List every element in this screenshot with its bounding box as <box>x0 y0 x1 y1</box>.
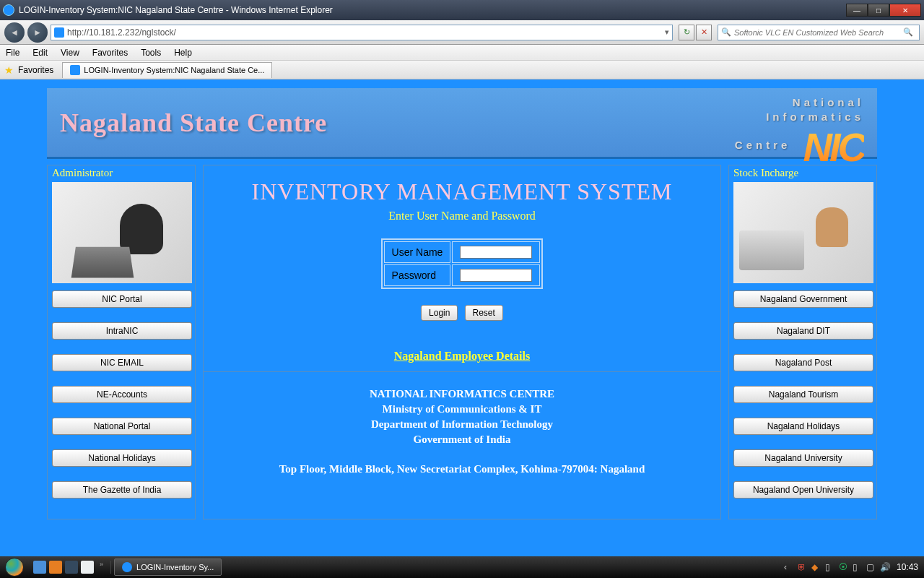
username-input[interactable] <box>460 246 532 259</box>
site-banner: Nagaland State Centre National Informati… <box>47 88 877 159</box>
banner-nic-line1: National <box>793 96 864 108</box>
menu-view[interactable]: View <box>61 48 79 58</box>
menu-tools[interactable]: Tools <box>141 48 161 58</box>
ql-expand-icon[interactable]: » <box>97 561 106 574</box>
tray-signal-icon[interactable]: ⦿ <box>839 562 849 572</box>
tray-alert-icon[interactable]: ◆ <box>811 562 821 572</box>
tray-monitor-icon[interactable]: ▢ <box>866 562 876 572</box>
tray-chevron-icon[interactable]: ‹ <box>784 562 794 572</box>
footer-line1: NATIONAL INFORMATICS CENTRE <box>204 387 720 402</box>
system-tray: ‹ ⛨ ◆ ▯ ⦿ ▯ ▢ 🔊 10:43 <box>784 562 924 572</box>
close-button[interactable]: ✕ <box>889 4 921 17</box>
main-title: INVENTORY MANAGEMENT SYSTEM <box>204 178 720 205</box>
start-button[interactable] <box>0 556 29 578</box>
left-sidebar: Administrator NIC Portal IntraNIC NIC EM… <box>47 165 196 519</box>
page-icon <box>54 27 64 38</box>
sidebar-btn-nagaland-open-university[interactable]: Nagaland Open University <box>733 481 873 499</box>
login-form: User Name Password <box>381 238 544 289</box>
ql-explorer-icon[interactable] <box>81 561 94 574</box>
search-go-icon[interactable]: 🔍 <box>903 27 913 37</box>
menu-bar: File Edit View Favorites Tools Help <box>0 45 924 61</box>
nic-logo-text: NIC <box>803 124 864 171</box>
menu-edit[interactable]: Edit <box>32 48 48 58</box>
search-input[interactable] <box>734 28 903 37</box>
footer-line4: Government of India <box>204 432 720 447</box>
tray-volume-icon[interactable]: 🔊 <box>880 562 890 572</box>
tray-network-icon[interactable]: ▯ <box>825 562 835 572</box>
page-content: Nagaland State Centre National Informati… <box>0 79 924 556</box>
sidebar-btn-nagaland-gov[interactable]: Nagaland Government <box>733 290 873 308</box>
banner-nic-line3: Centre <box>735 139 791 151</box>
minimize-button[interactable]: — <box>846 4 868 17</box>
ql-player-icon[interactable] <box>65 561 78 574</box>
banner-title: Nagaland State Centre <box>60 108 327 138</box>
window-title: LOGIN-Inventory System:NIC Nagaland Stat… <box>19 5 846 15</box>
reset-button[interactable]: Reset <box>465 305 503 321</box>
menu-help[interactable]: Help <box>174 48 192 58</box>
ql-firefox-icon[interactable] <box>49 561 62 574</box>
main-panel: INVENTORY MANAGEMENT SYSTEM Enter User N… <box>203 165 721 519</box>
sidebar-btn-ne-accounts[interactable]: NE-Accounts <box>52 386 192 403</box>
taskbar-item-ie[interactable]: LOGIN-Inventory Sy... <box>114 558 222 576</box>
administrator-image <box>52 182 192 283</box>
sidebar-btn-gazette[interactable]: The Gazette of India <box>52 481 192 499</box>
url-input[interactable] <box>67 27 665 38</box>
password-input[interactable] <box>460 269 532 282</box>
tab-page-icon <box>70 65 80 75</box>
footer-address: Top Floor, Middle Block, New Secretariat… <box>204 463 720 475</box>
nav-toolbar: ◄ ► ▾ ↻ ✕ 🔍 🔍 <box>0 20 924 45</box>
footer-line3: Department of Information Technology <box>204 417 720 432</box>
stock-incharge-image <box>733 182 873 283</box>
right-sidebar: Stock Incharge Nagaland Government Nagal… <box>728 165 877 519</box>
address-bar[interactable]: ▾ <box>51 25 673 40</box>
sidebar-btn-intranic[interactable]: IntraNIC <box>52 322 192 340</box>
employee-details-link[interactable]: Nagaland Employee Details <box>394 350 530 363</box>
search-icon: 🔍 <box>721 27 731 37</box>
sidebar-btn-nic-portal[interactable]: NIC Portal <box>52 290 192 308</box>
sidebar-btn-nagaland-dit[interactable]: Nagaland DIT <box>733 322 873 340</box>
quick-launch: » <box>29 561 111 574</box>
sidebar-btn-nagaland-tourism[interactable]: Nagaland Tourism <box>733 386 873 403</box>
task-ie-icon <box>122 562 132 572</box>
favorites-bar: ★ Favorites LOGIN-Inventory System:NIC N… <box>0 61 924 79</box>
main-subtitle: Enter User Name and Password <box>204 210 720 223</box>
username-label: User Name <box>384 241 451 263</box>
sidebar-btn-national-portal[interactable]: National Portal <box>52 418 192 435</box>
sidebar-btn-nagaland-holidays[interactable]: Nagaland Holidays <box>733 418 873 435</box>
menu-favorites[interactable]: Favorites <box>92 48 128 58</box>
stop-button[interactable]: ✕ <box>696 25 712 40</box>
divider <box>204 371 720 372</box>
favorites-star-icon[interactable]: ★ <box>4 64 14 76</box>
sidebar-btn-nic-email[interactable]: NIC EMAIL <box>52 354 192 371</box>
left-sidebar-title: Administrator <box>52 167 191 179</box>
tray-device-icon[interactable]: ▯ <box>853 562 863 572</box>
maximize-button[interactable]: □ <box>868 4 889 17</box>
task-label: LOGIN-Inventory Sy... <box>136 563 214 571</box>
ql-ie-icon[interactable] <box>33 561 46 574</box>
sidebar-btn-national-holidays[interactable]: National Holidays <box>52 449 192 467</box>
banner-nic-block: National Informatics Centre NIC <box>735 95 864 171</box>
footer-line2: Ministry of Communications & IT <box>204 402 720 417</box>
dropdown-icon[interactable]: ▾ <box>665 27 669 37</box>
back-button[interactable]: ◄ <box>4 22 25 43</box>
sidebar-btn-nagaland-university[interactable]: Nagaland University <box>733 449 873 467</box>
window-titlebar: LOGIN-Inventory System:NIC Nagaland Stat… <box>0 0 924 20</box>
footer-org: NATIONAL INFORMATICS CENTRE Ministry of … <box>204 387 720 447</box>
sidebar-btn-nagaland-post[interactable]: Nagaland Post <box>733 354 873 371</box>
taskbar: » LOGIN-Inventory Sy... ‹ ⛨ ◆ ▯ ⦿ ▯ ▢ 🔊 … <box>0 556 924 578</box>
ie-icon <box>3 4 14 16</box>
taskbar-clock[interactable]: 10:43 <box>897 562 918 572</box>
login-button[interactable]: Login <box>421 305 458 321</box>
banner-nic-line2: Informatics <box>766 111 864 123</box>
browser-tab[interactable]: LOGIN-Inventory System:NIC Nagaland Stat… <box>62 62 272 78</box>
favorites-label[interactable]: Favorites <box>18 65 53 75</box>
refresh-button[interactable]: ↻ <box>679 25 694 40</box>
menu-file[interactable]: File <box>6 48 19 58</box>
tab-title: LOGIN-Inventory System:NIC Nagaland Stat… <box>84 66 264 74</box>
forward-button[interactable]: ► <box>27 22 48 43</box>
tray-shield-icon[interactable]: ⛨ <box>798 562 808 572</box>
password-label: Password <box>384 264 451 286</box>
search-box[interactable]: 🔍 🔍 <box>718 25 920 40</box>
